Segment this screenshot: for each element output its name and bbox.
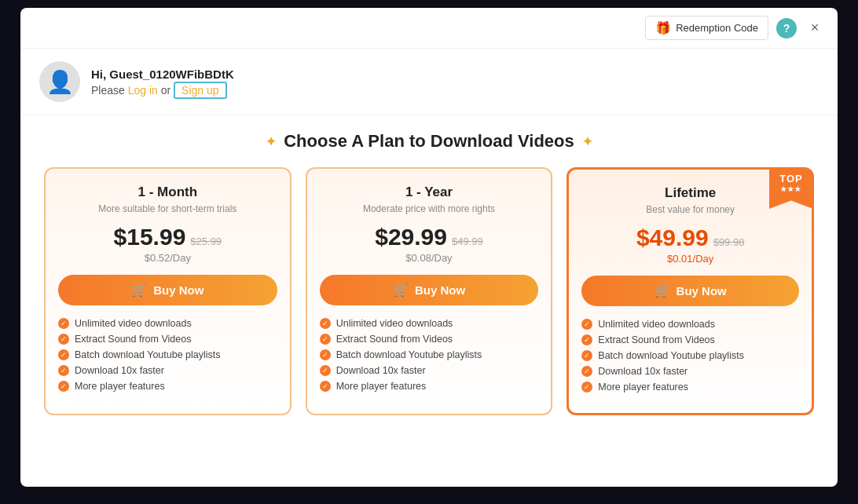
plan-price-row-yearly: $29.99 $49.99: [320, 224, 539, 250]
plan-card-monthly: 1 - Month More suitable for short-term t…: [44, 167, 292, 415]
plans-title: ✦ Choose A Plan to Download Videos ✦: [44, 131, 814, 152]
modal-overlay: 🎁 Redemption Code ? × 👤 Hi, Guest_0120WF…: [0, 0, 858, 504]
feature-item: ✓Unlimited video downloads: [58, 318, 277, 329]
sparkle-left-icon: ✦: [266, 134, 276, 149]
feature-text: More player features: [336, 381, 427, 392]
feature-text: Extract Sound from Videos: [598, 334, 714, 345]
plan-original-price-yearly: $49.99: [452, 236, 483, 247]
cart-icon-monthly: 🛒: [131, 283, 147, 298]
cart-icon-yearly: 🛒: [393, 283, 409, 298]
check-icon: ✓: [320, 334, 331, 345]
feature-text: Extract Sound from Videos: [336, 334, 453, 345]
feature-item: ✓More player features: [581, 382, 799, 393]
feature-item: ✓Extract Sound from Videos: [320, 334, 539, 345]
check-icon: ✓: [581, 382, 592, 393]
features-list-lifetime: ✓Unlimited video downloads ✓Extract Soun…: [581, 319, 799, 393]
feature-text: More player features: [75, 381, 165, 392]
plan-price-yearly: $29.99: [375, 224, 447, 250]
plan-card-lifetime: TOP ★★★ Lifetime Best value for money $4…: [566, 167, 814, 415]
check-icon: ✓: [320, 381, 331, 392]
check-icon: ✓: [320, 349, 331, 360]
plan-price-lifetime: $49.99: [636, 225, 709, 251]
plan-per-day-monthly: $0.52/Day: [58, 252, 277, 264]
plans-title-text: Choose A Plan to Download Videos: [284, 131, 574, 152]
cart-icon-lifetime: 🛒: [654, 283, 670, 298]
greeting: Hi,: [91, 68, 106, 81]
buy-button-yearly[interactable]: 🛒 Buy Now: [320, 275, 539, 305]
feature-text: Unlimited video downloads: [598, 319, 715, 330]
plan-name-monthly: 1 - Month: [58, 184, 277, 200]
pricing-modal: 🎁 Redemption Code ? × 👤 Hi, Guest_0120WF…: [20, 8, 838, 487]
sparkle-right-icon: ✦: [582, 134, 592, 149]
close-button[interactable]: ×: [805, 18, 825, 38]
check-icon: ✓: [581, 366, 592, 377]
feature-text: Unlimited video downloads: [336, 318, 453, 329]
check-icon: ✓: [58, 381, 69, 392]
signup-link[interactable]: Sign up: [174, 82, 226, 99]
modal-header: 🎁 Redemption Code ? ×: [20, 8, 838, 49]
user-section: 👤 Hi, Guest_0120WFibBDtK Please Log in o…: [20, 49, 838, 115]
plan-name-yearly: 1 - Year: [320, 184, 539, 200]
feature-item: ✓Batch download Youtube playlists: [58, 349, 277, 360]
plan-per-day-yearly: $0.08/Day: [320, 252, 539, 264]
feature-item: ✓Batch download Youtube playlists: [581, 350, 799, 361]
plans-grid: 1 - Month More suitable for short-term t…: [44, 167, 814, 415]
feature-text: Batch download Youtube playlists: [75, 349, 221, 360]
features-list-yearly: ✓Unlimited video downloads ✓Extract Soun…: [320, 318, 539, 392]
check-icon: ✓: [320, 365, 331, 376]
plan-price-row-lifetime: $49.99 $99.98: [581, 225, 799, 251]
plan-price-row-monthly: $15.99 $25.99: [58, 224, 277, 250]
feature-text: Batch download Youtube playlists: [598, 350, 744, 361]
check-icon: ✓: [58, 349, 69, 360]
feature-text: Extract Sound from Videos: [75, 334, 191, 345]
feature-item: ✓Batch download Youtube playlists: [320, 349, 539, 360]
please-text: Please: [91, 84, 125, 97]
feature-text: More player features: [598, 382, 688, 393]
redemption-code-button[interactable]: 🎁 Redemption Code: [645, 16, 768, 40]
feature-text: Download 10x faster: [336, 365, 426, 376]
feature-text: Unlimited video downloads: [75, 318, 192, 329]
plan-price-monthly: $15.99: [114, 224, 186, 250]
help-button[interactable]: ?: [776, 18, 797, 38]
buy-button-monthly[interactable]: 🛒 Buy Now: [58, 275, 277, 305]
check-icon: ✓: [58, 334, 69, 345]
feature-text: Download 10x faster: [598, 366, 688, 377]
feature-text: Batch download Youtube playlists: [336, 349, 482, 360]
auth-prompt-text: Please Log in or Sign up: [91, 84, 234, 97]
or-text: or: [161, 84, 170, 97]
plan-original-price-monthly: $25.99: [190, 236, 222, 247]
feature-item: ✓More player features: [320, 381, 539, 392]
top-badge: TOP ★★★: [769, 168, 813, 209]
buy-label-yearly: Buy Now: [415, 283, 465, 297]
plan-original-price-lifetime: $99.98: [713, 236, 745, 248]
top-badge-stars: ★★★: [780, 185, 801, 193]
plan-subtitle-monthly: More suitable for short-term trials: [58, 203, 277, 214]
plans-section: ✦ Choose A Plan to Download Videos ✦ 1 -…: [20, 115, 838, 434]
buy-button-lifetime[interactable]: 🛒 Buy Now: [581, 276, 799, 306]
check-icon: ✓: [581, 334, 592, 345]
username-text: Guest_0120WFibBDtK: [109, 68, 233, 81]
feature-item: ✓More player features: [58, 381, 277, 392]
gift-icon: 🎁: [655, 20, 671, 35]
close-icon: ×: [811, 20, 820, 36]
check-icon: ✓: [58, 365, 69, 376]
plan-subtitle-lifetime: Best value for money: [581, 204, 799, 215]
username-display: Hi, Guest_0120WFibBDtK: [91, 68, 234, 81]
redemption-label: Redemption Code: [676, 22, 758, 34]
user-info: Hi, Guest_0120WFibBDtK Please Log in or …: [91, 68, 234, 97]
check-icon: ✓: [581, 350, 592, 361]
feature-item: ✓Extract Sound from Videos: [581, 334, 799, 345]
features-list-monthly: ✓Unlimited video downloads ✓Extract Soun…: [58, 318, 277, 392]
plan-name-lifetime: Lifetime: [581, 185, 799, 201]
login-link[interactable]: Log in: [128, 84, 158, 97]
help-label: ?: [783, 22, 790, 35]
feature-item: ✓Download 10x faster: [58, 365, 277, 376]
avatar: 👤: [39, 61, 80, 102]
buy-label-monthly: Buy Now: [153, 283, 204, 297]
feature-item: ✓Unlimited video downloads: [320, 318, 539, 329]
plan-per-day-lifetime: $0.01/Day: [581, 253, 799, 265]
buy-label-lifetime: Buy Now: [676, 284, 727, 298]
top-badge-text: TOP: [779, 173, 803, 184]
feature-item: ✓Extract Sound from Videos: [58, 334, 277, 345]
check-icon: ✓: [58, 318, 69, 329]
